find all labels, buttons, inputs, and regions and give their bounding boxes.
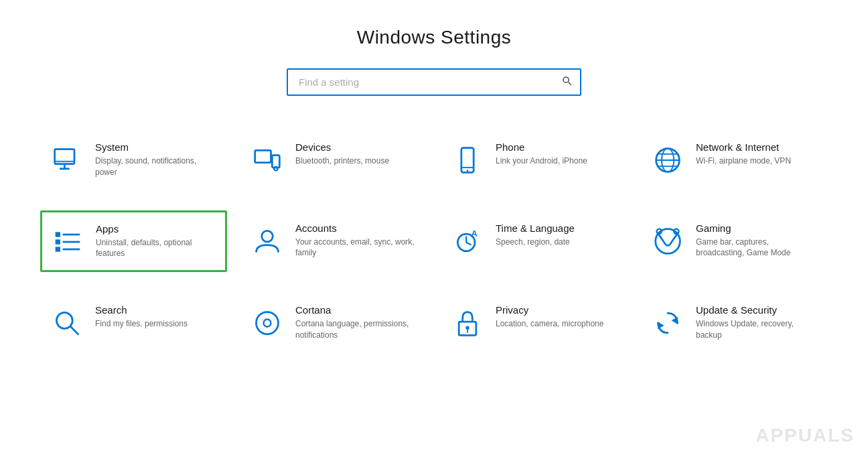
- svg-point-34: [257, 312, 279, 334]
- apps-icon: [50, 224, 85, 259]
- settings-grid: SystemDisplay, sound, notifications, pow…: [40, 129, 828, 353]
- setting-name-devices: Devices: [295, 141, 389, 153]
- setting-desc-update: Windows Update, recovery, backup: [696, 318, 818, 341]
- setting-desc-network: Wi-Fi, airplane mode, VPN: [696, 155, 791, 167]
- svg-line-33: [70, 326, 79, 335]
- watermark: APPUALS: [755, 425, 855, 446]
- setting-item-privacy[interactable]: PrivacyLocation, camera, microphone: [441, 292, 628, 353]
- setting-name-gaming: Gaming: [696, 222, 818, 234]
- setting-item-search[interactable]: SearchFind my files, permissions: [40, 292, 227, 353]
- page-container: Windows Settings SystemDisplay, sound, n…: [0, 0, 868, 453]
- setting-name-update: Update & Security: [696, 304, 818, 316]
- search-input[interactable]: [287, 68, 581, 96]
- privacy-icon: [450, 306, 485, 340]
- setting-desc-accounts: Your accounts, email, sync, work, family: [295, 237, 418, 259]
- svg-rect-5: [272, 155, 279, 168]
- svg-point-22: [262, 231, 273, 242]
- cortana-icon: [250, 306, 285, 340]
- svg-rect-17: [56, 239, 60, 244]
- setting-desc-time: Speech, region, date: [496, 237, 575, 248]
- svg-marker-39: [672, 317, 678, 324]
- setting-name-system: System: [95, 141, 218, 153]
- setting-item-network[interactable]: Network & InternetWi-Fi, airplane mode, …: [641, 129, 828, 190]
- setting-name-network: Network & Internet: [696, 141, 791, 153]
- setting-name-time: Time & Language: [496, 222, 575, 234]
- setting-desc-devices: Bluetooth, printers, mouse: [295, 155, 389, 167]
- svg-rect-18: [56, 247, 60, 251]
- time-icon: A: [450, 224, 485, 259]
- gaming-icon: [650, 224, 685, 259]
- svg-point-10: [467, 170, 469, 172]
- svg-line-25: [466, 242, 471, 245]
- accounts-icon: [250, 224, 285, 259]
- setting-item-apps[interactable]: AppsUninstall, defaults, optional featur…: [40, 210, 227, 273]
- setting-desc-apps: Uninstall, defaults, optional features: [96, 237, 217, 260]
- setting-name-cortana: Cortana: [295, 304, 418, 316]
- svg-rect-4: [255, 150, 271, 162]
- svg-point-37: [465, 326, 469, 330]
- svg-rect-8: [461, 148, 474, 173]
- search-icon: [561, 75, 573, 90]
- setting-desc-search: Find my files, permissions: [95, 318, 188, 330]
- setting-item-cortana[interactable]: CortanaCortana language, permissions, no…: [240, 292, 427, 353]
- setting-name-search: Search: [95, 304, 188, 316]
- svg-rect-16: [56, 232, 60, 237]
- svg-marker-40: [658, 322, 664, 329]
- phone-icon: [450, 143, 485, 178]
- svg-text:A: A: [472, 228, 478, 238]
- system-icon: [50, 143, 84, 178]
- search-container: [287, 68, 581, 96]
- setting-desc-privacy: Location, camera, microphone: [496, 318, 603, 330]
- setting-item-time[interactable]: A Time & LanguageSpeech, region, date: [441, 210, 628, 273]
- setting-name-privacy: Privacy: [496, 304, 603, 316]
- setting-name-phone: Phone: [496, 141, 587, 153]
- setting-item-update[interactable]: Update & SecurityWindows Update, recover…: [641, 292, 828, 353]
- setting-name-accounts: Accounts: [295, 222, 418, 234]
- page-title: Windows Settings: [357, 27, 512, 48]
- svg-point-35: [264, 320, 271, 327]
- setting-item-system[interactable]: SystemDisplay, sound, notifications, pow…: [40, 129, 227, 190]
- network-icon: [650, 143, 685, 178]
- setting-item-accounts[interactable]: AccountsYour accounts, email, sync, work…: [240, 210, 427, 273]
- setting-item-phone[interactable]: PhoneLink your Android, iPhone: [441, 129, 628, 190]
- devices-icon: [250, 143, 285, 178]
- setting-desc-cortana: Cortana language, permissions, notificat…: [295, 318, 418, 341]
- setting-item-gaming[interactable]: GamingGame bar, captures, broadcasting, …: [641, 210, 828, 273]
- svg-point-7: [274, 167, 278, 171]
- setting-name-apps: Apps: [96, 223, 217, 235]
- setting-item-devices[interactable]: DevicesBluetooth, printers, mouse: [240, 129, 427, 190]
- search-icon: [50, 306, 84, 340]
- svg-point-27: [656, 229, 680, 253]
- setting-desc-phone: Link your Android, iPhone: [496, 155, 587, 167]
- update-icon: [650, 306, 685, 340]
- setting-desc-system: Display, sound, notifications, power: [95, 155, 218, 178]
- setting-desc-gaming: Game bar, captures, broadcasting, Game M…: [696, 237, 818, 259]
